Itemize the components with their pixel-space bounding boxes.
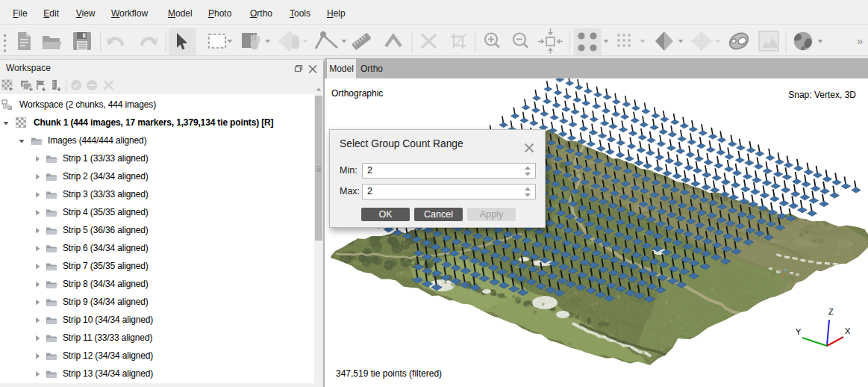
svg-text:Y: Y	[796, 327, 802, 336]
svg-text:»: »	[857, 34, 863, 47]
svg-text:Z: Z	[828, 307, 834, 316]
svg-text:X: X	[845, 326, 851, 335]
